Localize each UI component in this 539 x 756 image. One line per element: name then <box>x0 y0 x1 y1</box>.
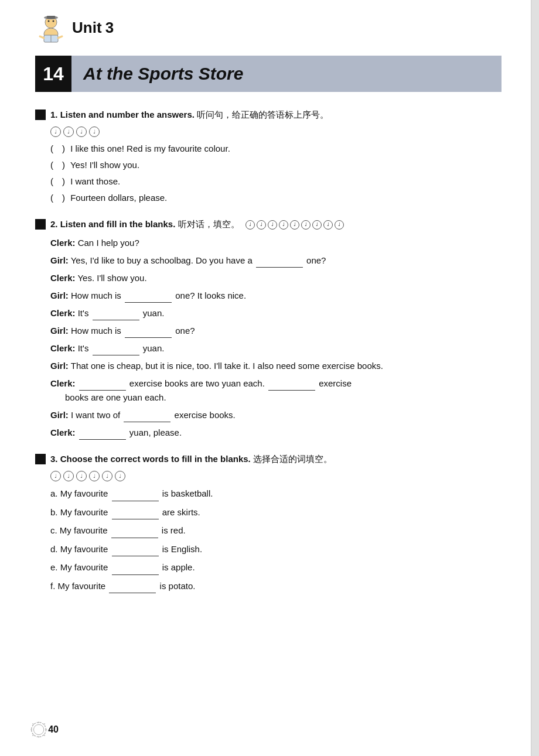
lesson-number: 14 <box>35 56 71 92</box>
dialog-line: Clerk: It's yuan. <box>50 341 502 355</box>
dialog-line: Clerk: exercise books are two yuan each.… <box>50 377 502 405</box>
section-icon-1 <box>35 110 46 120</box>
lesson-title: At the Sports Store <box>71 58 255 90</box>
section-1-audio: ♩ ♩ ♩ ♩ <box>50 126 502 137</box>
mascot-icon <box>35 12 67 44</box>
section-icon-3 <box>35 454 46 464</box>
section-3-title-text: 3. Choose the correct words to fill in t… <box>50 453 332 465</box>
dialog-line: Clerk: Yes. I'll show you. <box>50 271 502 285</box>
dialog-line: Clerk: yuan, please. <box>50 426 502 440</box>
audio-circle[interactable]: ♩ <box>245 220 255 230</box>
svg-line-19 <box>33 735 34 736</box>
audio-circle[interactable]: ♩ <box>50 471 61 481</box>
dialog-line: Clerk: Can I help you? <box>50 236 502 250</box>
list-item: ( ) I like this one! Red is my favourite… <box>50 142 502 156</box>
dialog-line: Girl: That one is cheap, but it is nice,… <box>50 359 502 373</box>
list-item: ( ) Fourteen dollars, please. <box>50 191 502 205</box>
audio-circle[interactable]: ♩ <box>102 471 112 481</box>
blank[interactable] <box>112 574 159 575</box>
blank[interactable] <box>109 593 156 593</box>
section-2-title: 2. Listen and fill in the blanks. 听对话，填空… <box>35 218 502 230</box>
blank[interactable] <box>111 538 158 538</box>
blank[interactable] <box>112 519 159 519</box>
svg-point-11 <box>33 724 43 734</box>
section-1-title-text: 1. Listen and number the answers. 听问句，给正… <box>50 108 329 121</box>
section-3: 3. Choose the correct words to fill in t… <box>35 453 502 593</box>
page-gear-icon: 40 <box>29 715 59 744</box>
audio-circle[interactable]: ♩ <box>279 220 288 230</box>
audio-circle[interactable]: ♩ <box>257 220 266 230</box>
svg-line-7 <box>58 36 62 38</box>
audio-circle[interactable]: ♩ <box>76 126 87 137</box>
audio-circle[interactable]: ♩ <box>89 126 100 137</box>
svg-line-18 <box>44 723 45 724</box>
page-number-area: 40 <box>29 715 59 744</box>
list-item: c. My favourite is red. <box>50 523 502 538</box>
audio-circle[interactable]: ♩ <box>76 471 87 481</box>
blank[interactable] <box>256 267 303 268</box>
section-2-title-text: 2. Listen and fill in the blanks. 听对话，填空… <box>50 218 344 230</box>
list-item: a. My favourite is basketball. <box>50 486 502 501</box>
blank[interactable] <box>112 501 159 501</box>
gear-svg <box>29 714 48 745</box>
list-item: d. My favourite is English. <box>50 542 502 557</box>
blank[interactable] <box>79 390 126 391</box>
dialog-line: Girl: How much is one? <box>50 324 502 338</box>
unit-label: Unit 3 <box>72 19 114 37</box>
section-1-answers: ( ) I like this one! Red is my favourite… <box>50 142 502 205</box>
audio-circle[interactable]: ♩ <box>290 220 299 230</box>
list-item: ( ) Yes! I'll show you. <box>50 158 502 172</box>
dialog-line: Girl: How much is one? It looks nice. <box>50 289 502 303</box>
svg-rect-9 <box>47 16 55 19</box>
section-3-title: 3. Choose the correct words to fill in t… <box>35 453 502 465</box>
blank[interactable] <box>125 302 172 303</box>
lesson-title-bar: 14 At the Sports Store <box>35 56 502 92</box>
section-1-title: 1. Listen and number the answers. 听问句，给正… <box>35 108 502 121</box>
section-2: 2. Listen and fill in the blanks. 听对话，填空… <box>35 218 502 440</box>
section-3-items: a. My favourite is basketball. b. My fav… <box>50 486 502 593</box>
blank[interactable] <box>93 355 139 355</box>
list-item: e. My favourite is apple. <box>50 560 502 575</box>
page-number: 40 <box>48 724 59 735</box>
section-2-dialog: Clerk: Can I help you? Girl: Yes, I'd li… <box>50 236 502 440</box>
dialog-line: Girl: I want two of exercise books. <box>50 408 502 422</box>
svg-line-17 <box>44 735 45 736</box>
scrollbar[interactable] <box>531 0 539 756</box>
audio-circle[interactable]: ♩ <box>335 220 344 230</box>
audio-circle[interactable]: ♩ <box>115 471 125 481</box>
svg-line-16 <box>33 723 34 724</box>
blank[interactable] <box>124 422 170 422</box>
unit-header: Unit 3 <box>35 12 502 44</box>
blank[interactable] <box>112 556 159 556</box>
audio-circle[interactable]: ♩ <box>301 220 311 230</box>
list-item: b. My favourite are skirts. <box>50 505 502 520</box>
section-3-audio: ♩ ♩ ♩ ♩ ♩ ♩ <box>50 471 502 481</box>
dialog-line: Clerk: It's yuan. <box>50 306 502 320</box>
audio-circle[interactable]: ♩ <box>268 220 277 230</box>
audio-circle[interactable]: ♩ <box>89 471 100 481</box>
section-icon-2 <box>35 219 46 230</box>
blank[interactable] <box>93 320 139 320</box>
audio-circle[interactable]: ♩ <box>312 220 322 230</box>
blank[interactable] <box>268 390 315 391</box>
blank[interactable] <box>79 439 126 440</box>
audio-circle[interactable]: ♩ <box>63 471 74 481</box>
audio-circle[interactable]: ♩ <box>63 126 74 137</box>
svg-point-3 <box>53 20 54 22</box>
list-item: f. My favourite is potato. <box>50 579 502 594</box>
audio-circle[interactable]: ♩ <box>50 126 61 137</box>
svg-point-2 <box>48 20 50 22</box>
list-item: ( ) I want those. <box>50 175 502 189</box>
audio-circle[interactable]: ♩ <box>323 220 333 230</box>
section-1: 1. Listen and number the answers. 听问句，给正… <box>35 108 502 205</box>
dialog-line: Girl: Yes, I'd like to buy a schoolbag. … <box>50 254 502 268</box>
blank[interactable] <box>125 337 172 338</box>
svg-line-6 <box>40 36 44 38</box>
